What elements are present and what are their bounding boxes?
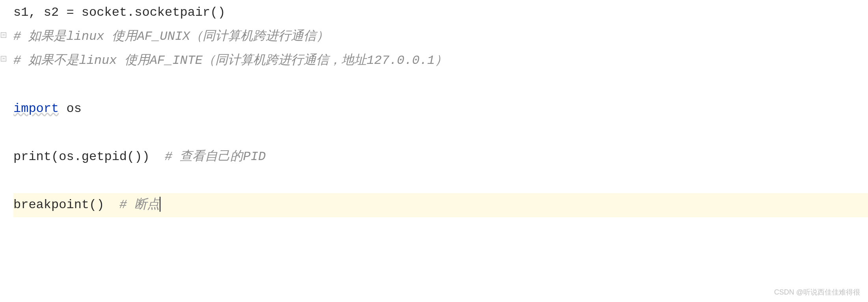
code-line-8[interactable] [13,169,868,193]
function-call: socket.socketpair() [82,5,225,20]
function-args: () [89,198,119,212]
editor-gutter: − − [0,0,8,302]
code-line-2[interactable]: # 如果是linux 使用AF_UNIX（同计算机跨进行通信） [13,25,868,49]
watermark-text: CSDN @听说西佳佳难得很 [774,285,860,299]
comment-text: # 如果是linux 使用AF_UNIX（同计算机跨进行通信） [13,29,329,44]
code-line-7[interactable]: print(os.getpid()) # 查看自己的PID [13,145,868,169]
import-keyword: import [13,101,59,116]
module-name: os [59,101,82,116]
code-line-9-current[interactable]: breakpoint() # 断点 [13,193,868,217]
fold-marker-icon[interactable]: − [1,56,6,62]
comment-text: # 查看自己的PID [165,149,266,164]
fold-marker-icon[interactable]: − [1,32,6,38]
code-line-1[interactable]: s1, s2 = socket.socketpair() [13,1,868,25]
breakpoint-function: breakpoint [13,198,89,212]
variable-assignment: s1, s2 = [13,5,82,20]
code-line-5[interactable]: import os [13,97,868,121]
print-function: print [13,149,51,164]
code-line-4[interactable] [13,73,868,97]
code-line-6[interactable] [13,121,868,145]
text-cursor [160,197,160,212]
function-args: (os.getpid()) [51,149,165,164]
code-editor[interactable]: s1, s2 = socket.socketpair() # 如果是linux … [0,0,868,217]
code-line-3[interactable]: # 如果不是linux 使用AF_INTE（同计算机跨进行通信，地址127.0.… [13,49,868,73]
comment-text: # 断点 [119,198,160,212]
comment-text: # 如果不是linux 使用AF_INTE（同计算机跨进行通信，地址127.0.… [13,53,447,68]
